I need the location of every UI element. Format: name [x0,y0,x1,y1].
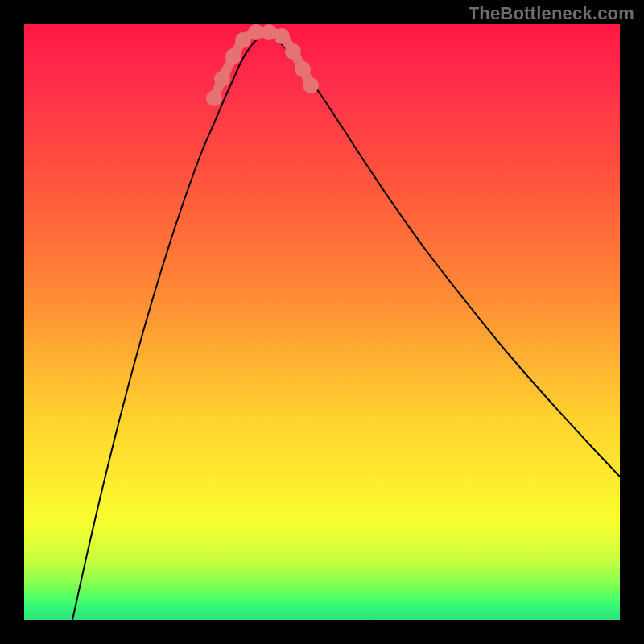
chart-frame: TheBottleneck.com [0,0,644,644]
curve-left-curve [72,32,266,620]
marker-dot [285,43,301,60]
marker-layer [206,24,319,106]
chart-svg [24,24,620,620]
curve-layer [72,32,620,620]
marker-dot [295,61,311,77]
plot-area [24,24,620,620]
marker-dot [303,77,319,93]
marker-dot [214,71,230,87]
curve-right-curve [266,32,620,477]
watermark-text: TheBottleneck.com [469,3,634,24]
marker-dot [225,48,242,64]
marker-dot [274,28,290,44]
marker-dot [206,90,222,106]
